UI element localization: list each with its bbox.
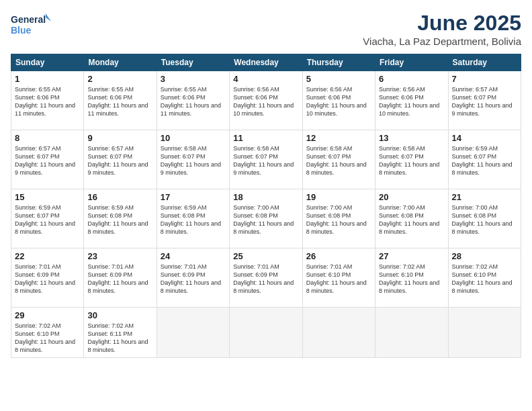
table-row: 10Sunrise: 6:58 AM Sunset: 6:07 PM Dayli… [157,130,229,189]
day-number: 4 [233,74,298,84]
day-info: Sunrise: 7:00 AM Sunset: 6:08 PM Dayligh… [452,203,517,236]
logo-svg: General Blue [11,11,51,39]
day-number: 11 [233,133,298,143]
svg-text:Blue: Blue [11,25,32,36]
table-row [302,308,375,358]
day-info: Sunrise: 7:02 AM Sunset: 6:10 PM Dayligh… [379,263,444,295]
table-row: 24Sunrise: 7:01 AM Sunset: 6:09 PM Dayli… [157,248,229,308]
day-info: Sunrise: 6:56 AM Sunset: 6:06 PM Dayligh… [306,85,371,118]
table-row [375,308,448,358]
table-row: 23Sunrise: 7:01 AM Sunset: 6:09 PM Dayli… [84,248,157,308]
day-info: Sunrise: 7:02 AM Sunset: 6:11 PM Dayligh… [87,322,152,355]
header-tuesday: Tuesday [157,54,229,71]
day-number: 23 [87,251,152,261]
table-row: 3Sunrise: 6:55 AM Sunset: 6:06 PM Daylig… [157,71,229,130]
day-number: 8 [15,133,80,143]
day-number: 26 [306,251,371,261]
table-row: 16Sunrise: 6:59 AM Sunset: 6:08 PM Dayli… [84,189,157,248]
calendar-week-row: 29Sunrise: 7:02 AM Sunset: 6:10 PM Dayli… [11,308,521,358]
day-number: 18 [233,192,298,202]
day-info: Sunrise: 6:58 AM Sunset: 6:07 PM Dayligh… [233,144,298,177]
day-number: 10 [161,133,226,143]
day-info: Sunrise: 6:55 AM Sunset: 6:06 PM Dayligh… [15,85,80,118]
day-number: 15 [15,192,80,202]
table-row: 25Sunrise: 7:01 AM Sunset: 6:09 PM Dayli… [230,248,302,308]
day-info: Sunrise: 6:56 AM Sunset: 6:06 PM Dayligh… [233,85,298,118]
table-row: 30Sunrise: 7:02 AM Sunset: 6:11 PM Dayli… [84,308,157,358]
header: General Blue June 2025 Viacha, La Paz De… [11,11,521,47]
title-block: June 2025 Viacha, La Paz Department, Bol… [363,11,521,47]
day-number: 17 [161,192,226,202]
day-number: 1 [15,74,80,84]
day-info: Sunrise: 6:57 AM Sunset: 6:07 PM Dayligh… [15,144,80,177]
day-number: 3 [161,74,226,84]
calendar-week-row: 22Sunrise: 7:01 AM Sunset: 6:09 PM Dayli… [11,248,521,308]
day-number: 16 [87,192,152,202]
day-info: Sunrise: 6:58 AM Sunset: 6:07 PM Dayligh… [379,144,444,177]
day-info: Sunrise: 7:01 AM Sunset: 6:09 PM Dayligh… [161,263,226,295]
calendar-week-row: 15Sunrise: 6:59 AM Sunset: 6:07 PM Dayli… [11,189,521,248]
table-row: 8Sunrise: 6:57 AM Sunset: 6:07 PM Daylig… [11,130,84,189]
calendar-week-row: 1Sunrise: 6:55 AM Sunset: 6:06 PM Daylig… [11,71,521,130]
day-info: Sunrise: 7:01 AM Sunset: 6:09 PM Dayligh… [15,263,80,295]
table-row: 18Sunrise: 7:00 AM Sunset: 6:08 PM Dayli… [230,189,302,248]
table-row: 13Sunrise: 6:58 AM Sunset: 6:07 PM Dayli… [375,130,448,189]
svg-marker-2 [46,13,51,21]
calendar-week-row: 8Sunrise: 6:57 AM Sunset: 6:07 PM Daylig… [11,130,521,189]
table-row: 12Sunrise: 6:58 AM Sunset: 6:07 PM Dayli… [302,130,375,189]
weekday-header-row: Sunday Monday Tuesday Wednesday Thursday… [11,54,521,71]
table-row: 19Sunrise: 7:00 AM Sunset: 6:08 PM Dayli… [302,189,375,248]
table-row: 6Sunrise: 6:56 AM Sunset: 6:06 PM Daylig… [375,71,448,130]
day-info: Sunrise: 6:58 AM Sunset: 6:07 PM Dayligh… [306,144,371,177]
day-number: 28 [452,251,517,261]
day-info: Sunrise: 7:01 AM Sunset: 6:09 PM Dayligh… [233,263,298,295]
month-title: June 2025 [363,11,521,36]
day-info: Sunrise: 7:02 AM Sunset: 6:10 PM Dayligh… [15,322,80,355]
page: General Blue June 2025 Viacha, La Paz De… [0,0,532,411]
table-row: 2Sunrise: 6:55 AM Sunset: 6:06 PM Daylig… [84,71,157,130]
table-row: 5Sunrise: 6:56 AM Sunset: 6:06 PM Daylig… [302,71,375,130]
table-row: 14Sunrise: 6:59 AM Sunset: 6:07 PM Dayli… [448,130,521,189]
header-friday: Friday [375,54,448,71]
table-row: 20Sunrise: 7:00 AM Sunset: 6:08 PM Dayli… [375,189,448,248]
day-info: Sunrise: 6:55 AM Sunset: 6:06 PM Dayligh… [161,85,226,118]
day-info: Sunrise: 6:59 AM Sunset: 6:08 PM Dayligh… [87,203,152,236]
table-row: 15Sunrise: 6:59 AM Sunset: 6:07 PM Dayli… [11,189,84,248]
day-number: 20 [379,192,444,202]
day-info: Sunrise: 7:01 AM Sunset: 6:10 PM Dayligh… [306,263,371,295]
table-row: 27Sunrise: 7:02 AM Sunset: 6:10 PM Dayli… [375,248,448,308]
day-number: 29 [15,310,80,320]
day-info: Sunrise: 6:59 AM Sunset: 6:07 PM Dayligh… [452,144,517,177]
header-thursday: Thursday [302,54,375,71]
svg-text:General: General [11,14,46,25]
table-row [157,308,229,358]
day-info: Sunrise: 7:00 AM Sunset: 6:08 PM Dayligh… [233,203,298,236]
day-number: 30 [87,310,152,320]
day-number: 2 [87,74,152,84]
day-info: Sunrise: 6:58 AM Sunset: 6:07 PM Dayligh… [161,144,226,177]
table-row: 28Sunrise: 7:02 AM Sunset: 6:10 PM Dayli… [448,248,521,308]
day-number: 7 [452,74,517,84]
logo: General Blue [11,11,51,39]
table-row: 11Sunrise: 6:58 AM Sunset: 6:07 PM Dayli… [230,130,302,189]
day-number: 12 [306,133,371,143]
table-row [230,308,302,358]
header-wednesday: Wednesday [230,54,302,71]
header-monday: Monday [84,54,157,71]
table-row: 9Sunrise: 6:57 AM Sunset: 6:07 PM Daylig… [84,130,157,189]
calendar: Sunday Monday Tuesday Wednesday Thursday… [11,54,521,358]
table-row [448,308,521,358]
day-info: Sunrise: 6:57 AM Sunset: 6:07 PM Dayligh… [452,85,517,118]
location-title: Viacha, La Paz Department, Bolivia [363,36,521,47]
day-info: Sunrise: 7:02 AM Sunset: 6:10 PM Dayligh… [452,263,517,295]
day-info: Sunrise: 7:00 AM Sunset: 6:08 PM Dayligh… [379,203,444,236]
day-info: Sunrise: 7:01 AM Sunset: 6:09 PM Dayligh… [87,263,152,295]
table-row: 4Sunrise: 6:56 AM Sunset: 6:06 PM Daylig… [230,71,302,130]
table-row: 21Sunrise: 7:00 AM Sunset: 6:08 PM Dayli… [448,189,521,248]
day-number: 6 [379,74,444,84]
day-info: Sunrise: 6:59 AM Sunset: 6:08 PM Dayligh… [161,203,226,236]
header-sunday: Sunday [11,54,84,71]
table-row: 26Sunrise: 7:01 AM Sunset: 6:10 PM Dayli… [302,248,375,308]
day-number: 25 [233,251,298,261]
day-number: 19 [306,192,371,202]
